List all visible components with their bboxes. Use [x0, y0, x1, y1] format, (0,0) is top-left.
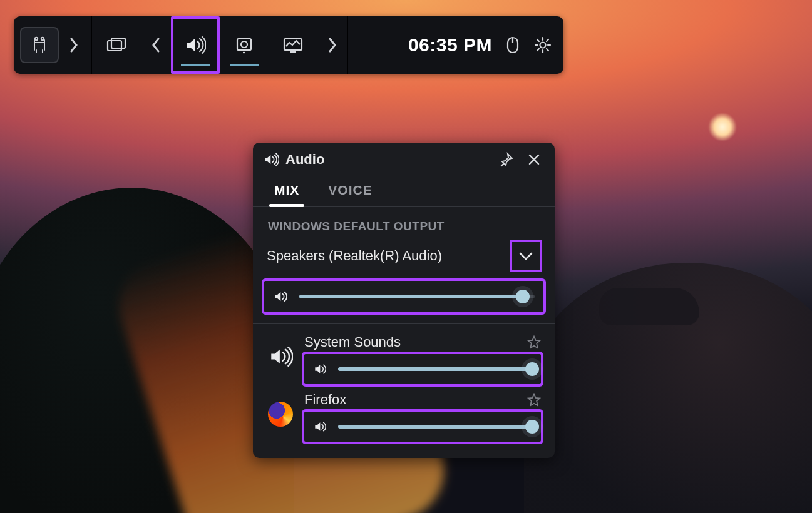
mouse-button[interactable]	[503, 34, 522, 56]
chevron-left-button[interactable]	[141, 16, 171, 74]
xbox-button[interactable]	[20, 27, 59, 63]
audio-widget-button[interactable]	[171, 16, 220, 74]
star-icon	[527, 335, 541, 349]
game-bar: 06:35 PM	[14, 16, 563, 74]
app-row-firefox: Firefox	[253, 388, 555, 445]
chevron-left-icon	[150, 36, 162, 54]
speaker-icon	[273, 290, 289, 303]
slider-track[interactable]	[338, 367, 532, 371]
svg-rect-3	[111, 38, 125, 48]
close-icon	[527, 153, 541, 166]
controller-icon	[30, 36, 49, 54]
divider	[253, 323, 555, 324]
audio-panel-header[interactable]: Audio	[253, 143, 555, 176]
system-sounds-volume-slider[interactable]	[304, 354, 541, 384]
chevron-right-button[interactable]	[59, 16, 89, 74]
tab-voice[interactable]: VOICE	[324, 176, 376, 206]
audio-tabs: MIX VOICE	[253, 176, 555, 207]
settings-button[interactable]	[533, 34, 552, 56]
favorite-toggle[interactable]	[527, 393, 541, 407]
speaker-icon	[313, 363, 328, 375]
speaker-icon	[313, 420, 328, 433]
svg-point-0	[35, 38, 38, 40]
favorite-toggle[interactable]	[527, 335, 541, 349]
speaker-icon	[268, 346, 293, 367]
chevron-right-icon	[68, 36, 80, 54]
audio-panel: Audio MIX VOICE WINDOWS DEFAULT OUTPUT S…	[253, 143, 555, 458]
tab-mix[interactable]: MIX	[270, 176, 303, 206]
firefox-volume-slider[interactable]	[304, 412, 541, 442]
performance-icon	[282, 37, 304, 53]
gear-icon	[534, 36, 552, 54]
output-device-name: Speakers (Realtek(R) Audio)	[267, 248, 442, 264]
chevron-right-icon	[327, 36, 338, 54]
chevron-down-icon	[518, 250, 534, 262]
firefox-app-icon	[267, 400, 294, 428]
audio-panel-title: Audio	[285, 151, 490, 168]
svg-point-5	[241, 41, 247, 48]
master-volume-slider[interactable]	[264, 281, 543, 312]
app-row-system-sounds: System Sounds	[253, 330, 555, 388]
svg-point-1	[41, 38, 44, 40]
divider	[347, 16, 348, 74]
app-name: System Sounds	[304, 334, 401, 350]
close-button[interactable]	[523, 149, 545, 170]
output-section-label: WINDOWS DEFAULT OUTPUT	[253, 207, 555, 237]
svg-rect-4	[237, 39, 251, 50]
app-name: Firefox	[304, 392, 346, 408]
system-sounds-app-icon	[267, 343, 294, 370]
svg-rect-2	[108, 41, 121, 51]
capture-widget-button[interactable]	[220, 16, 269, 74]
speaker-icon	[263, 153, 279, 166]
speaker-icon	[185, 36, 206, 54]
capture-icon	[235, 36, 254, 54]
slider-track[interactable]	[299, 295, 535, 298]
output-device-dropdown[interactable]	[511, 241, 541, 271]
performance-widget-button[interactable]	[269, 16, 317, 74]
slider-track[interactable]	[338, 425, 532, 429]
chevron-right-button-2[interactable]	[317, 16, 347, 74]
clock: 06:35 PM	[408, 34, 492, 56]
star-icon	[527, 393, 541, 407]
svg-point-8	[540, 43, 546, 48]
pin-icon	[499, 152, 514, 167]
widgets-button[interactable]	[92, 16, 141, 74]
pin-button[interactable]	[496, 149, 517, 170]
widgets-icon	[106, 37, 127, 53]
mouse-icon	[506, 36, 520, 54]
firefox-icon	[268, 402, 293, 427]
